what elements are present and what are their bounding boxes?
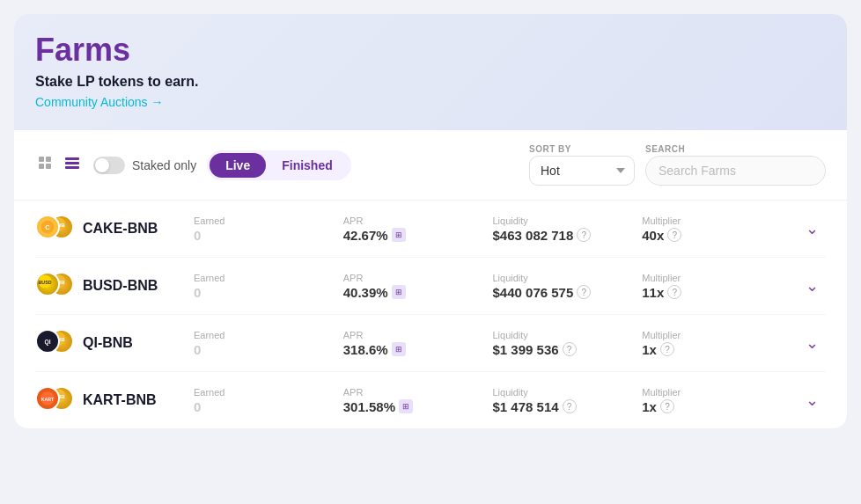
sort-group: SORT BY Hot APR Multiplier Earned Liquid… [529,144,635,186]
farm-row: KART BNB KART-BNB Earned 0 APR 301.58 [35,372,826,428]
liquidity-row: $440 076 575 ? [493,285,643,300]
multiplier-field: Multiplier 11x ? [642,273,791,300]
farm-identity: KART BNB KART-BNB [35,386,194,414]
expand-button[interactable]: ⌄ [798,273,826,299]
page-container: Farms Stake LP tokens to earn. Community… [0,0,861,504]
apr-row: 40.39% ⊞ [343,285,493,300]
finished-tab[interactable]: Finished [266,153,349,178]
liquidity-value: $440 076 575 [493,285,574,300]
apr-value: 42.67% [343,228,388,243]
community-auctions-link[interactable]: Community Auctions → [35,95,826,109]
earned-value: 0 [194,228,343,243]
liquidity-help-icon[interactable]: ? [577,228,591,242]
farm-identity: BUSD BNB BUSD-BNB [35,272,194,300]
staked-only-label: Staked only [132,158,196,172]
liquidity-row: $463 082 718 ? [493,228,643,243]
calculator-icon[interactable]: ⊞ [399,399,413,413]
main-card: Farms Stake LP tokens to earn. Community… [14,14,847,428]
svg-rect-1 [46,157,51,162]
multiplier-field: Multiplier 40x ? [642,215,791,243]
token1-icon: BUSD [35,272,60,296]
svg-text:QI: QI [44,339,50,346]
multiplier-field: Multiplier 1x ? [642,330,791,357]
liquidity-value: $463 082 718 [493,228,574,243]
token-icons: C BNB [35,215,74,243]
apr-label: APR [343,330,493,340]
liquidity-row: $1 478 514 ? [493,399,643,414]
search-label: SEARCH [645,144,826,154]
apr-label: APR [343,273,493,283]
liquidity-label: Liquidity [493,215,643,226]
farm-row: BUSD BNB BUSD-BNB Earned 0 APR 40.39% [35,258,826,315]
toggle-track[interactable] [93,157,125,174]
multiplier-help-icon[interactable]: ? [660,342,674,356]
multiplier-value: 1x [642,399,657,414]
live-finished-tabs: Live Finished [207,150,351,180]
multiplier-row: 1x ? [642,399,791,414]
apr-value: 40.39% [343,285,388,300]
apr-field: APR 42.67% ⊞ [343,215,493,243]
liquidity-field: Liquidity $1 399 536 ? [493,330,643,357]
farm-row: C BNB CAKE-BNB Earned 0 APR 42.67% [35,201,826,258]
multiplier-field: Multiplier 1x ? [642,387,791,414]
svg-rect-4 [65,157,79,160]
calculator-icon[interactable]: ⊞ [392,228,406,242]
liquidity-label: Liquidity [493,273,643,283]
apr-field: APR 40.39% ⊞ [343,273,493,300]
toggle-thumb [95,158,109,172]
token1-icon: KART [35,386,60,411]
apr-row: 318.6% ⊞ [343,342,493,357]
expand-button[interactable]: ⌄ [798,330,826,356]
multiplier-value: 1x [642,342,657,357]
earned-label: Earned [194,273,343,283]
liquidity-field: Liquidity $440 076 575 ? [493,273,643,300]
staked-only-toggle[interactable]: Staked only [93,157,196,174]
multiplier-label: Multiplier [642,330,791,340]
multiplier-help-icon[interactable]: ? [667,285,681,299]
expand-button[interactable]: ⌄ [798,215,826,242]
apr-row: 42.67% ⊞ [343,228,493,243]
multiplier-label: Multiplier [642,215,791,226]
apr-label: APR [343,215,493,226]
list-view-button[interactable] [62,153,83,178]
multiplier-value: 40x [642,228,664,243]
grid-view-button[interactable] [35,153,56,178]
earned-label: Earned [194,215,343,226]
multiplier-value: 11x [642,285,664,300]
farm-identity: QI BNB QI-BNB [35,329,194,357]
liquidity-field: Liquidity $1 478 514 ? [493,387,643,414]
apr-field: APR 318.6% ⊞ [343,330,493,357]
earned-label: Earned [194,330,343,340]
apr-field: APR 301.58% ⊞ [343,387,493,414]
multiplier-help-icon[interactable]: ? [667,228,681,242]
earned-field: Earned 0 [194,273,343,300]
svg-rect-6 [65,166,79,169]
live-tab[interactable]: Live [210,153,266,178]
liquidity-help-icon[interactable]: ? [577,285,591,299]
liquidity-help-icon[interactable]: ? [563,342,577,356]
liquidity-label: Liquidity [493,387,643,398]
expand-button[interactable]: ⌄ [798,387,826,413]
apr-label: APR [343,387,493,398]
liquidity-help-icon[interactable]: ? [563,399,577,413]
farm-row: QI BNB QI-BNB Earned 0 APR 318.6% [35,315,826,372]
svg-text:C: C [45,223,50,231]
page-title: Farms [35,32,826,69]
multiplier-row: 1x ? [642,342,791,357]
earned-field: Earned 0 [194,215,343,243]
multiplier-help-icon[interactable]: ? [660,399,674,413]
multiplier-row: 40x ? [642,228,791,243]
sort-select[interactable]: Hot APR Multiplier Earned Liquidity [529,156,635,186]
multiplier-label: Multiplier [642,273,791,283]
sort-label: SORT BY [529,144,635,154]
apr-value: 301.58% [343,399,395,414]
page-subtitle: Stake LP tokens to earn. [35,74,826,90]
search-input[interactable] [645,156,826,186]
svg-text:KART: KART [41,397,55,402]
svg-rect-3 [46,164,51,169]
calculator-icon[interactable]: ⊞ [392,285,406,299]
farm-name: BUSD-BNB [83,278,158,294]
earned-value: 0 [194,399,343,414]
token-icons: QI BNB [35,329,74,357]
calculator-icon[interactable]: ⊞ [392,342,406,356]
